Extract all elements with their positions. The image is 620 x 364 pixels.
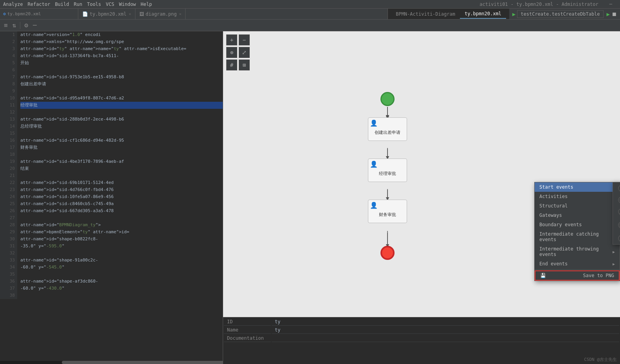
line-number-30: 30 [0, 236, 17, 243]
menu-label-gateways: Gateways [539, 213, 562, 218]
minimize-icon[interactable]: ─ [609, 2, 612, 7]
svg-point-13 [618, 209, 620, 215]
task-manager-approval[interactable]: 👤 经理审批 [368, 159, 407, 182]
menu-label-boundary-events: Boundary events [539, 222, 582, 227]
zoom-out-button[interactable]: − [239, 34, 250, 45]
property-key-documentation: Documentation [224, 335, 271, 342]
tab-ty-bpmn20-xml[interactable]: ty.bpmn20.xml [460, 9, 506, 19]
menu-item-end-events[interactable]: End events ▶ [535, 259, 620, 268]
tab-label-diagram: diagram.png [146, 11, 177, 17]
submenu-arrow-end: ▶ [613, 262, 615, 266]
menu-bar: Analyze Refactor Build Run Tools VCS Win… [0, 0, 620, 9]
horizontal-scrollbar[interactable] [0, 361, 223, 364]
line-number-38: 38 [0, 292, 17, 299]
line-number-11: 11 [0, 102, 17, 109]
line-number-26: 26 [0, 207, 17, 214]
tab-bar: ⚙ ty.bpmn20.xml 📄 ty.bpmn20.xml ✕ 🖼 diag… [0, 9, 620, 20]
line-number-25: 25 [0, 200, 17, 207]
menu-analyze[interactable]: Analyze [3, 2, 23, 7]
code-line-32 [20, 250, 223, 257]
snap-button[interactable]: ⊞ [239, 59, 250, 70]
bpmn-canvas[interactable]: 👤 创建出差申请 👤 经理审批 👤 财务审批 [223, 31, 620, 317]
breadcrumb-area: ⚙ ty.bpmn20.xml [0, 9, 78, 19]
fullscreen-button[interactable]: ⤢ [239, 47, 250, 58]
zoom-in-button[interactable]: + [226, 34, 237, 45]
menu-help[interactable]: Help [141, 2, 152, 7]
menu-vcs[interactable]: VCS [106, 2, 114, 7]
toolbar-minimize-icon[interactable]: ─ [31, 21, 39, 30]
property-key-id: ID [224, 318, 271, 326]
menu-item-save-png[interactable]: 💾 Save to PNG [535, 270, 620, 281]
end-event-node[interactable] [380, 246, 395, 260]
menu-refactor[interactable]: Refactor [28, 2, 50, 7]
toolbar-format-icon[interactable]: ⇅ [10, 21, 19, 30]
code-line-37: -60.0" y="-430.0" [20, 285, 223, 292]
line-number-37: 37 [0, 285, 17, 292]
stop-icon[interactable]: ⏹ [611, 11, 617, 17]
menu-item-start-events[interactable]: Start events ▶ [535, 182, 620, 192]
property-value-documentation [272, 335, 619, 342]
line-number-13: 13 [0, 116, 17, 123]
submenu-item-start-error[interactable]: n Start error event [613, 232, 620, 244]
code-line-6 [20, 67, 223, 74]
code-line-36: attr-name">id="shape-af3dc860- [20, 278, 223, 285]
tab-ty-bpmn20[interactable]: 📄 ty.bpmn20.xml ✕ [78, 9, 135, 19]
task-label-create: 创建出差申请 [375, 130, 400, 135]
task-create-application[interactable]: 👤 创建出差申请 [368, 117, 407, 141]
run-icon[interactable]: ▶ [512, 11, 515, 17]
property-value-name: ty [272, 326, 619, 334]
submenu-item-start-signal[interactable]: Start signal event [613, 206, 620, 218]
property-row-documentation: Documentation [224, 335, 619, 342]
grid-buttons: # ⊞ [226, 59, 250, 70]
tab-bpmn-activiti-diagram[interactable]: BPMN-Activiti-Diagram [391, 10, 460, 18]
menu-run[interactable]: Run [74, 2, 83, 7]
tab-diagram-png[interactable]: 🖼 diagram.png ✕ [135, 9, 186, 19]
menu-window[interactable]: Window [119, 2, 136, 7]
code-line-9 [20, 88, 223, 95]
line-number-23: 23 [0, 186, 17, 193]
tab-close-diagram[interactable]: ✕ [179, 12, 181, 16]
line-number-28: 28 [0, 222, 17, 229]
context-menu[interactable]: Start events ▶ Activities ▶ Structural ▶… [534, 182, 620, 281]
zoom-fit-button[interactable]: ⊕ [226, 47, 237, 58]
code-line-7: attr-name">id="sid-9753e1b5-ee15-4958-b8 [20, 74, 223, 81]
task-box-create[interactable]: 👤 创建出差申请 [368, 117, 407, 141]
line-number-17: 17 [0, 144, 17, 151]
toolbar-align-icon[interactable]: ≡ [2, 21, 10, 30]
file-tabs: 📄 ty.bpmn20.xml ✕ 🖼 diagram.png ✕ [78, 9, 388, 19]
code-editor-panel: 1234567891011121314151617181920212223242… [0, 31, 223, 364]
submenu-item-start-timer[interactable]: Start timer event [613, 194, 620, 206]
menu-build[interactable]: Build [55, 2, 69, 7]
menu-item-gateways[interactable]: Gateways ▶ [535, 211, 620, 220]
menu-item-structural[interactable]: Structural ▶ [535, 201, 620, 211]
scrollbar-thumb[interactable] [62, 361, 223, 364]
line-number-35: 35 [0, 271, 17, 278]
task-box-manager[interactable]: 👤 经理审批 [368, 159, 407, 182]
breadcrumb-text: ty.bpmn20.xml [7, 11, 41, 16]
toolbar-settings-icon[interactable]: ⚙ [22, 21, 31, 30]
window-title: activiti01 - ty.bpmn20.xml - Administrat… [479, 2, 598, 7]
start-event-node[interactable] [380, 92, 395, 106]
menu-tools[interactable]: Tools [87, 2, 101, 7]
tab-img-icon: 🖼 [139, 11, 144, 17]
menu-item-activities[interactable]: Activities ▶ [535, 192, 620, 201]
code-text-area[interactable]: attr-name">version="1.0" encodiattr-name… [17, 31, 223, 299]
property-row-name: Name ty [224, 326, 619, 334]
run-config-label[interactable]: testCreate.testCreateDbTable [517, 10, 603, 18]
code-area[interactable]: 1234567891011121314151617181920212223242… [0, 31, 223, 364]
code-line-4: attr-name">id="sid-137364fb-bc7a-4511- [20, 52, 223, 59]
tab-close-ty[interactable]: ✕ [129, 12, 131, 16]
code-line-33: attr-name">id="shape-91a00c2c- [20, 257, 223, 264]
submenu-item-start-message[interactable]: Start message event [613, 218, 620, 232]
diagram-panel[interactable]: + − ⊕ ⤢ # ⊞ [223, 31, 620, 364]
menu-item-boundary-events[interactable]: Boundary events ▶ [535, 220, 620, 229]
grid-toggle-button[interactable]: # [226, 59, 237, 70]
debug-icon[interactable]: ▶ [607, 11, 610, 17]
task-box-finance[interactable]: 👤 财务审批 [368, 200, 407, 223]
submenu-item-start-event[interactable]: Start event [613, 182, 620, 194]
menu-item-intermediate-catching[interactable]: Intermediate catching events ▶ [535, 229, 620, 244]
menu-item-intermediate-throwing[interactable]: Intermediate throwing events ▶ [535, 244, 620, 259]
task-finance-approval[interactable]: 👤 财务审批 [368, 200, 407, 223]
code-line-24: attr-name">id="sid-10fe5a07-86e9-456 [20, 193, 223, 200]
submenu-start-events[interactable]: Start event Start timer event Start sign… [613, 182, 620, 245]
